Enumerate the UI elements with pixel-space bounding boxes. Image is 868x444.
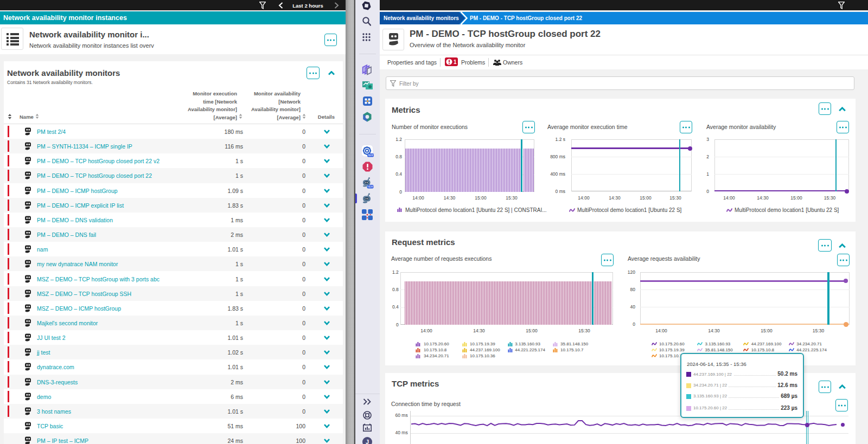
svg-text:NEW: NEW xyxy=(368,154,374,157)
svg-text:NEW: NEW xyxy=(367,185,373,188)
